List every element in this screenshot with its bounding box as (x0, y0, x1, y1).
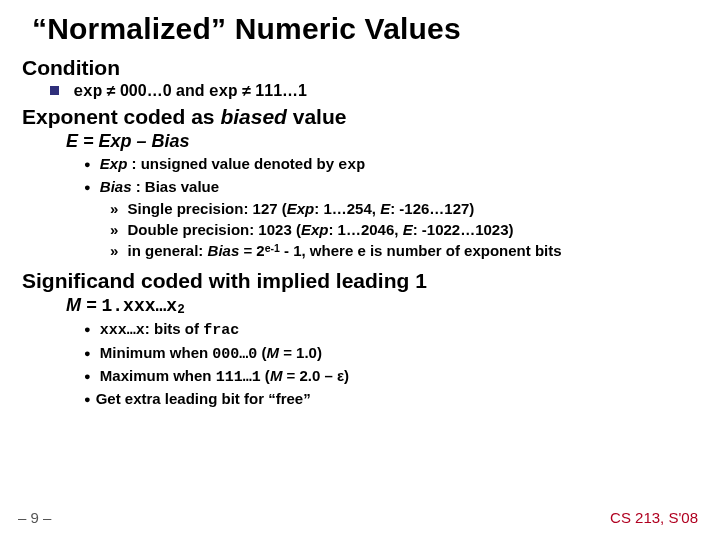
text: : bits of (145, 320, 203, 337)
course-id: CS 213, S'08 (610, 509, 698, 526)
text: Maximum when (100, 367, 216, 384)
page-number: – 9 – (18, 509, 51, 526)
slide-title: “Normalized” Numeric Values (32, 12, 698, 46)
general-bias: in general: Bias = 2e-1 - 1, where e is … (110, 241, 698, 261)
text: ( (261, 367, 270, 384)
formula-e: E = Exp – Bias (66, 131, 698, 152)
text: Single precision: 127 ( (128, 200, 287, 217)
var: E (403, 221, 413, 238)
ones: 111…1 (216, 369, 261, 386)
double-precision: Double precision: 1023 (Exp: 1…2046, E: … (110, 220, 698, 240)
frac-bits: xxx…x: bits of frac (84, 319, 698, 341)
text: : 1…254, (314, 200, 380, 217)
text: : -126…127) (390, 200, 474, 217)
bits-pattern: xxx…x (100, 322, 145, 339)
text: - 1, where e is number of exponent bits (280, 242, 562, 259)
text: Minimum when (100, 344, 213, 361)
condition-line: exp ≠ 000…0 and exp ≠ 111…1 (50, 82, 698, 101)
bias-var: Bias (100, 178, 132, 195)
section-condition: Condition (22, 56, 698, 80)
text: : unsigned value denoted by (127, 155, 338, 172)
exp-code: exp (73, 83, 102, 101)
biased-word: biased (220, 105, 287, 128)
section-exponent: Exponent coded as biased value (22, 105, 698, 129)
text: value (287, 105, 347, 128)
text: : 1…2046, (328, 221, 402, 238)
text: Exponent coded as (22, 105, 220, 128)
m-sub: 2 (177, 303, 185, 317)
text: = 2.0 – ε) (282, 367, 349, 384)
text: = 2 (239, 242, 264, 259)
text: ≠ 111…1 (238, 82, 307, 99)
maximum-line: Maximum when 111…1 (M = 2.0 – ε) (84, 366, 698, 388)
text: in general: (128, 242, 208, 259)
zeros: 000…0 (212, 346, 257, 363)
text: : Bias value (132, 178, 220, 195)
text: ( (257, 344, 266, 361)
formula-m: M = 1.xxx…x2 (66, 295, 698, 317)
text: : -1022…1023) (413, 221, 514, 238)
var: Exp (287, 200, 315, 217)
text: = 1.0) (279, 344, 322, 361)
var: M (270, 367, 283, 384)
minimum-line: Minimum when 000…0 (M = 1.0) (84, 343, 698, 365)
section-significand: Significand coded with implied leading 1 (22, 269, 698, 293)
m-value: 1.xxx…x (102, 296, 178, 316)
var: Exp (301, 221, 329, 238)
bias-bullet: Bias : Bias value (84, 177, 698, 197)
var: Bias (208, 242, 240, 259)
exp-var: Exp (100, 155, 128, 172)
exp-code: exp (209, 83, 238, 101)
slide: “Normalized” Numeric Values Condition ex… (0, 0, 720, 540)
text: ≠ 000…0 and (102, 82, 209, 99)
var: E (380, 200, 390, 217)
exp-bullet: Exp : unsigned value denoted by exp (84, 154, 698, 176)
single-precision: Single precision: 127 (Exp: 1…254, E: -1… (110, 199, 698, 219)
text: Double precision: 1023 ( (128, 221, 301, 238)
exponent-sup: e-1 (265, 242, 280, 254)
var: M (267, 344, 280, 361)
m-label: M = (66, 295, 102, 315)
frac-code: frac (203, 322, 239, 339)
exp-code: exp (338, 157, 365, 174)
free-bit: Get extra leading bit for “free” (84, 389, 698, 409)
